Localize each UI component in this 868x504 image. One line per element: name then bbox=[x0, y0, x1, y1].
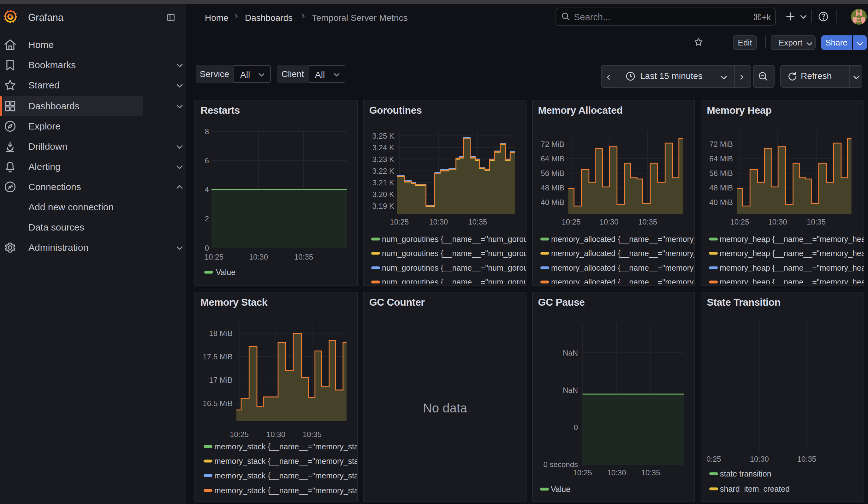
svg-text:Value: Value bbox=[216, 268, 236, 277]
svg-text:memory_allocated {__name__="me: memory_allocated {__name__="memory_alloc… bbox=[551, 263, 695, 272]
svg-text:memory_stack {__name__="memory: memory_stack {__name__="memory_stack", i… bbox=[214, 456, 358, 465]
svg-text:48 MiB: 48 MiB bbox=[709, 184, 733, 192]
svg-text:memory_stack {__name__="memory: memory_stack {__name__="memory_stack", i… bbox=[214, 442, 358, 451]
svg-text:10:35: 10:35 bbox=[807, 218, 826, 226]
svg-text:memory_allocated {__name__="me: memory_allocated {__name__="memory_alloc… bbox=[551, 278, 695, 284]
svg-text:num_goroutines {__name__="num_: num_goroutines {__name__="num_goroutines… bbox=[382, 278, 526, 284]
svg-text:Value: Value bbox=[551, 484, 570, 493]
svg-text:3.23 K: 3.23 K bbox=[372, 155, 394, 164]
svg-text:10:35: 10:35 bbox=[468, 218, 487, 226]
svg-text:16.5 MiB: 16.5 MiB bbox=[203, 399, 232, 407]
svg-text:10:35: 10:35 bbox=[638, 218, 657, 226]
svg-text:memory_stack {__name__="memory: memory_stack {__name__="memory_stack", i… bbox=[214, 486, 358, 495]
svg-text:6: 6 bbox=[205, 156, 209, 165]
svg-text:10:30: 10:30 bbox=[607, 468, 626, 476]
svg-text:10:25: 10:25 bbox=[573, 468, 592, 476]
svg-text:0: 0 bbox=[205, 244, 209, 252]
svg-text:memory_allocated {__name__="me: memory_allocated {__name__="memory_alloc… bbox=[551, 249, 695, 258]
svg-text:10:25: 10:25 bbox=[230, 430, 249, 438]
svg-text:10:25: 10:25 bbox=[390, 218, 409, 226]
svg-text:56 MiB: 56 MiB bbox=[541, 169, 564, 177]
svg-text:10:35: 10:35 bbox=[303, 430, 322, 438]
svg-text:3.24 K: 3.24 K bbox=[372, 143, 394, 152]
svg-text:memory_heap {__name__="memory_: memory_heap {__name__="memory_heap", ins… bbox=[720, 249, 864, 258]
svg-text:10:35: 10:35 bbox=[797, 454, 816, 463]
svg-text:3.22 K: 3.22 K bbox=[372, 167, 394, 175]
svg-text:10:25: 10:25 bbox=[730, 218, 749, 226]
svg-text:10:30: 10:30 bbox=[599, 218, 618, 226]
svg-text:2: 2 bbox=[205, 214, 209, 223]
svg-text:10:30: 10:30 bbox=[750, 454, 769, 463]
svg-text:num_goroutines {__name__="num_: num_goroutines {__name__="num_goroutines… bbox=[382, 235, 526, 244]
svg-text:10:30: 10:30 bbox=[266, 430, 285, 438]
svg-text:40 MiB: 40 MiB bbox=[709, 198, 733, 207]
svg-text:72 MiB: 72 MiB bbox=[709, 140, 733, 148]
svg-text:NaN: NaN bbox=[562, 385, 578, 394]
svg-text:3.25 K: 3.25 K bbox=[372, 132, 394, 140]
svg-text:3.19 K: 3.19 K bbox=[372, 202, 394, 210]
svg-text:shard_item_created: shard_item_created bbox=[720, 484, 790, 493]
svg-text:num_goroutines {__name__="num_: num_goroutines {__name__="num_goroutines… bbox=[382, 263, 526, 272]
svg-text:memory_stack {__name__="memory: memory_stack {__name__="memory_stack", i… bbox=[214, 471, 358, 480]
svg-text:4: 4 bbox=[205, 185, 209, 194]
svg-text:48 MiB: 48 MiB bbox=[541, 184, 564, 192]
svg-text:3.20 K: 3.20 K bbox=[372, 190, 394, 199]
svg-text:17.5 MiB: 17.5 MiB bbox=[203, 352, 232, 361]
svg-text:10:30: 10:30 bbox=[768, 218, 787, 226]
svg-text:num_goroutines {__name__="num_: num_goroutines {__name__="num_goroutines… bbox=[382, 249, 526, 258]
svg-text:10:35: 10:35 bbox=[294, 253, 313, 261]
svg-text:10:30: 10:30 bbox=[429, 218, 448, 226]
svg-text:10:25: 10:25 bbox=[561, 218, 580, 226]
svg-text:No data: No data bbox=[423, 401, 468, 415]
svg-text:memory_heap {__name__="memory_: memory_heap {__name__="memory_heap", ins… bbox=[720, 235, 864, 244]
svg-text:17 MiB: 17 MiB bbox=[209, 376, 232, 384]
svg-text:10:35: 10:35 bbox=[641, 468, 660, 476]
svg-text:10:30: 10:30 bbox=[249, 253, 268, 261]
svg-text:memory_heap {__name__="memory_: memory_heap {__name__="memory_heap", ins… bbox=[720, 278, 864, 284]
svg-text:0: 0 bbox=[574, 423, 578, 431]
svg-text:state transition: state transition bbox=[720, 469, 772, 478]
svg-text:64 MiB: 64 MiB bbox=[709, 154, 733, 163]
svg-text:3.21 K: 3.21 K bbox=[372, 178, 394, 187]
svg-text:10:25: 10:25 bbox=[205, 253, 224, 261]
svg-text:8: 8 bbox=[205, 127, 209, 136]
svg-text:memory_allocated {__name__="me: memory_allocated {__name__="memory_alloc… bbox=[551, 235, 695, 244]
svg-text:72 MiB: 72 MiB bbox=[541, 140, 564, 148]
svg-text:40 MiB: 40 MiB bbox=[541, 198, 564, 207]
svg-text:56 MiB: 56 MiB bbox=[709, 169, 733, 177]
svg-text:18 MiB: 18 MiB bbox=[209, 329, 232, 337]
svg-text:64 MiB: 64 MiB bbox=[541, 154, 564, 163]
svg-text:memory_heap {__name__="memory_: memory_heap {__name__="memory_heap", ins… bbox=[720, 263, 864, 272]
svg-text:0:25: 0:25 bbox=[706, 454, 721, 463]
svg-text:0 seconds: 0 seconds bbox=[543, 460, 578, 468]
svg-text:NaN: NaN bbox=[562, 348, 578, 357]
